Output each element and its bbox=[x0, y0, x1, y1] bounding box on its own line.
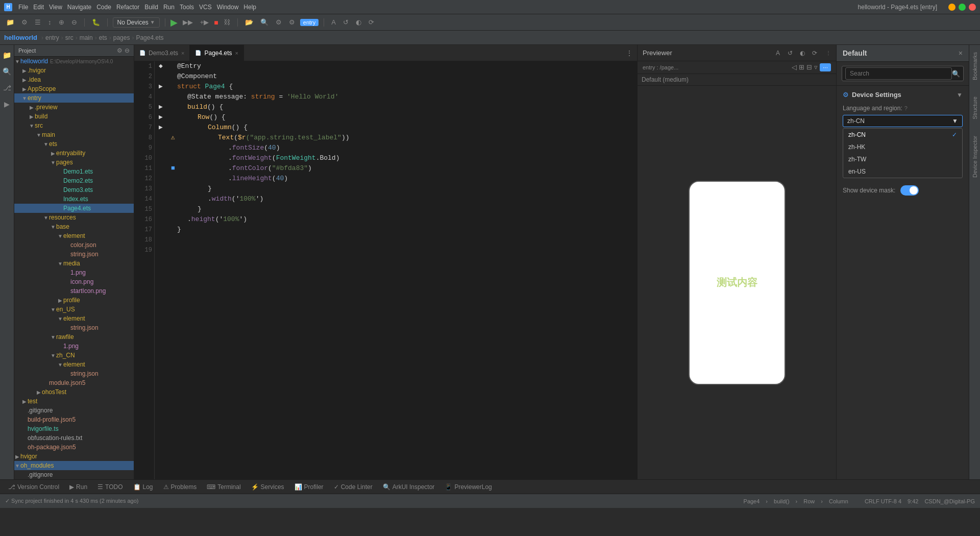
stop-button[interactable]: ■ bbox=[214, 18, 218, 27]
sort-icon[interactable]: ↕ bbox=[46, 17, 54, 27]
path-icon3[interactable]: ⊟ bbox=[806, 63, 812, 71]
bt-problems[interactable]: ⚠ Problems bbox=[159, 482, 201, 492]
pv-options-icon[interactable]: ⋮ bbox=[826, 50, 831, 56]
breadcrumb-page4[interactable]: Page4 bbox=[744, 498, 760, 504]
tree-item-build[interactable]: ▶ build bbox=[14, 112, 134, 121]
run-button[interactable]: ▶ bbox=[170, 17, 178, 28]
expand-icon[interactable]: ⊕ bbox=[57, 17, 66, 27]
bt-todo[interactable]: ☰ TODO bbox=[93, 482, 127, 492]
refresh-icon[interactable]: ↺ bbox=[341, 17, 351, 27]
tree-item-resources[interactable]: ▼ resources bbox=[14, 213, 134, 222]
lang-option-zh-cn[interactable]: zh-CN ✓ bbox=[843, 129, 962, 141]
vert-tab-bookmarks[interactable]: Bookmarks bbox=[971, 49, 979, 83]
language-select[interactable]: zh-CN ▼ bbox=[843, 115, 963, 127]
bc-main[interactable]: main bbox=[80, 34, 93, 41]
bc-entry[interactable]: entry bbox=[45, 34, 59, 41]
orient-icon[interactable]: ⟳ bbox=[366, 17, 376, 27]
tree-item-en-element[interactable]: ▼ element bbox=[14, 314, 134, 323]
tree-item-entry[interactable]: ▼ entry bbox=[14, 93, 134, 103]
menu-tools[interactable]: Tools bbox=[180, 4, 194, 11]
tree-item-test[interactable]: ▶ test bbox=[14, 397, 134, 406]
tree-item-raw1png[interactable]: 1.png bbox=[14, 342, 134, 351]
code-editor[interactable]: ◆ @Entry @Component ▶ struct Page4 { bbox=[155, 61, 637, 479]
tree-item-page4[interactable]: Page4.ets bbox=[14, 204, 134, 213]
tree-item-base[interactable]: ▼ base bbox=[14, 222, 134, 231]
tree-item-module[interactable]: module.json5 bbox=[14, 378, 134, 387]
run2-button[interactable]: ▶▶ bbox=[181, 17, 195, 27]
menu-window[interactable]: Window bbox=[217, 4, 239, 11]
project-link[interactable]: helloworld bbox=[4, 34, 37, 41]
tree-item-hvigorfile[interactable]: hvigorfile.ts bbox=[14, 424, 134, 433]
lang-option-zh-hk[interactable]: zh-HK bbox=[843, 141, 962, 153]
bt-version-control[interactable]: ⎇ Version Control bbox=[4, 482, 63, 492]
pv-icon4[interactable]: ⟳ bbox=[810, 48, 820, 58]
vert-tab-structure[interactable]: Structure bbox=[971, 93, 979, 123]
menu-code[interactable]: Code bbox=[96, 4, 111, 11]
tree-item-profile[interactable]: ▶ profile bbox=[14, 296, 134, 305]
menu-navigate[interactable]: Navigate bbox=[67, 4, 91, 11]
menu-edit[interactable]: Edit bbox=[33, 4, 44, 11]
tree-item-main[interactable]: ▼ main bbox=[14, 130, 134, 139]
device-settings-header[interactable]: ⚙ Device Settings ▼ bbox=[843, 91, 963, 99]
path-icon4[interactable]: ▿ bbox=[814, 63, 818, 71]
menu-vcs[interactable]: VCS bbox=[199, 4, 212, 11]
search2-icon[interactable]: 🔍 bbox=[258, 17, 271, 27]
tree-item-ohpackage[interactable]: oh-package.json5 bbox=[14, 443, 134, 452]
menu-build[interactable]: Build bbox=[144, 4, 158, 11]
tree-item-gitignore[interactable]: .gitignore bbox=[14, 406, 134, 415]
settings2-icon[interactable]: ⚙ bbox=[274, 17, 284, 27]
tab-close-icon[interactable]: × bbox=[235, 50, 238, 56]
tree-item-index[interactable]: Index.ets bbox=[14, 194, 134, 204]
find-icon[interactable]: 🔍 bbox=[1, 65, 13, 78]
project-icon[interactable]: 📁 bbox=[4, 17, 16, 27]
tree-item-ets[interactable]: ▼ ets bbox=[14, 139, 134, 149]
list-icon[interactable]: ☰ bbox=[33, 17, 43, 27]
lang-option-en-us[interactable]: en-US bbox=[843, 165, 962, 178]
tree-item-color-json[interactable]: color.json bbox=[14, 240, 134, 250]
theme-icon[interactable]: ◐ bbox=[354, 17, 363, 27]
tree-item-element[interactable]: ▼ element bbox=[14, 231, 134, 240]
tree-item-buildprofile[interactable]: build-profile.json5 bbox=[14, 415, 134, 424]
tree-item-idea[interactable]: ▶ .idea bbox=[14, 75, 134, 84]
run3-icon[interactable]: +▶ bbox=[198, 17, 211, 27]
tree-item-gitignore2[interactable]: .gitignore bbox=[14, 470, 134, 479]
tab-page4[interactable]: 📄 Page4.ets × bbox=[190, 45, 243, 61]
bc-pages[interactable]: pages bbox=[113, 34, 130, 41]
tree-item-preview[interactable]: ▶ .preview bbox=[14, 103, 134, 112]
settings-icon[interactable]: ⚙ bbox=[19, 17, 30, 27]
device-mask-toggle[interactable] bbox=[900, 185, 919, 196]
tree-item-iconpng[interactable]: icon.png bbox=[14, 277, 134, 286]
tree-item-appscope[interactable]: ▶ AppScope bbox=[14, 84, 134, 93]
path-icon2[interactable]: ⊞ bbox=[799, 63, 804, 71]
no-devices-button[interactable]: No Devices ▼ bbox=[113, 17, 160, 28]
tree-item-helloworld[interactable]: ▼ helloworld E:\Develop\HarmonyOS\4.0 bbox=[14, 57, 134, 66]
bt-code-linter[interactable]: ✓ Code Linter bbox=[330, 482, 377, 492]
tree-item-hvigor2[interactable]: ▶ hvigor bbox=[14, 452, 134, 461]
project-tree-icon[interactable]: 📁 bbox=[1, 49, 13, 61]
tree-item-zh-string[interactable]: string.json bbox=[14, 369, 134, 378]
bt-previewer-log[interactable]: 📱 PreviewerLog bbox=[440, 482, 496, 492]
tree-item-en-us[interactable]: ▼ en_US bbox=[14, 305, 134, 314]
collapse-icon[interactable]: ⊖ bbox=[69, 17, 79, 27]
tree-item-ohostest[interactable]: ▶ ohosTest bbox=[14, 387, 134, 397]
folder2-icon[interactable]: 📂 bbox=[243, 17, 255, 27]
tree-item-demo1[interactable]: Demo1.ets bbox=[14, 167, 134, 176]
breadcrumb-column[interactable]: Column bbox=[829, 498, 848, 504]
close-button[interactable] bbox=[969, 4, 976, 11]
path-icon1[interactable]: ◁ bbox=[792, 63, 797, 71]
lang-option-zh-tw[interactable]: zh-TW bbox=[843, 153, 962, 165]
menu-run[interactable]: Run bbox=[163, 4, 175, 11]
bc-src[interactable]: src bbox=[65, 34, 74, 41]
bt-log[interactable]: 📋 Log bbox=[129, 482, 157, 492]
tab-close-icon[interactable]: × bbox=[181, 50, 184, 56]
attach-icon[interactable]: ⛓ bbox=[222, 17, 232, 27]
pv-icon1[interactable]: A bbox=[773, 48, 783, 58]
tree-item-oh-modules[interactable]: ▼ oh_modules bbox=[14, 461, 134, 470]
editor-options-icon[interactable]: ⋮ bbox=[622, 49, 637, 57]
bt-services[interactable]: ⚡ Services bbox=[247, 482, 288, 492]
tree-item-rawfile[interactable]: ▼ rawfile bbox=[14, 332, 134, 342]
tree-item-zh-element[interactable]: ▼ element bbox=[14, 360, 134, 369]
run-tool-icon[interactable]: ▶ bbox=[1, 98, 13, 110]
tree-item-demo3[interactable]: Demo3.ets bbox=[14, 185, 134, 194]
font-icon[interactable]: A bbox=[329, 17, 338, 27]
